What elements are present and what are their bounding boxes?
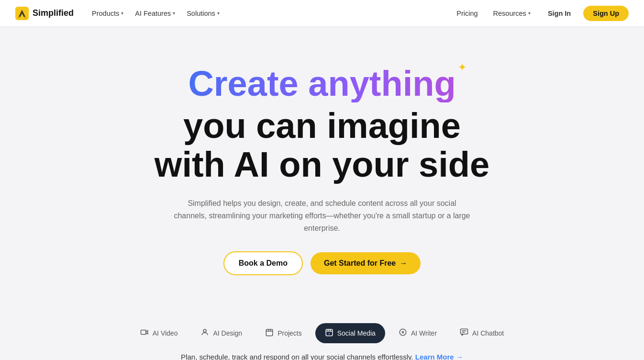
bottom-bar-text: Plan, schedule, track and respond on all… [181,353,413,360]
tab-label: AI Design [213,329,242,337]
signup-button[interactable]: Sign Up [583,6,629,21]
nav-item-pricing[interactable]: Pricing [452,7,482,20]
hero-headline: Create anything ✦ [188,65,455,102]
logo-text: Simplified [33,8,74,18]
nav-left: Simplified Products ▾ AI Features ▾ Solu… [15,7,224,20]
ai-writer-icon [399,328,407,338]
svg-rect-3 [141,330,146,335]
design-icon [200,328,209,338]
tab-social-media[interactable]: Social Media [315,323,385,343]
feature-tabs: AI Video AI Design Projects [0,304,644,343]
hero-subtitle: Simplified helps you design, create, and… [174,197,470,234]
arrow-icon: → [400,259,407,268]
chevron-down-icon: ▾ [121,11,123,16]
svg-point-4 [203,329,206,332]
svg-point-13 [328,333,330,335]
tab-ai-chatbot[interactable]: AI Chatbot [450,323,513,343]
nav-item-ai-features[interactable]: AI Features ▾ [130,7,180,20]
tab-label: Social Media [337,329,376,337]
tab-label: AI Writer [411,329,437,337]
bottom-bar: Plan, schedule, track and respond on all… [0,343,644,360]
tab-ai-design[interactable]: AI Design [191,323,252,343]
tab-ai-writer[interactable]: AI Writer [389,323,446,343]
get-started-button[interactable]: Get Started for Free → [311,252,421,274]
hero-line1: Create anything [188,65,455,102]
sparkle-icon: ✦ [458,61,466,74]
nav-item-products[interactable]: Products ▾ [87,7,128,20]
logo[interactable]: Simplified [15,7,74,20]
nav-links: Products ▾ AI Features ▾ Solutions ▾ [87,7,224,20]
svg-rect-9 [326,329,333,336]
hero-buttons: Book a Demo Get Started for Free → [223,251,421,275]
tab-projects[interactable]: Projects [255,323,311,343]
book-demo-button[interactable]: Book a Demo [223,251,303,275]
tab-ai-video[interactable]: AI Video [131,323,188,343]
hero-line2: you can imagine [183,106,461,145]
ai-chatbot-icon [460,328,468,338]
nav-item-solutions[interactable]: Solutions ▾ [182,7,224,20]
chevron-down-icon: ▾ [528,11,531,16]
tab-label: AI Video [153,329,178,337]
chevron-down-icon: ▾ [173,11,175,16]
svg-rect-15 [461,329,468,335]
tab-label: Projects [278,329,302,337]
signin-button[interactable]: Sign In [541,7,577,20]
learn-more-link[interactable]: Learn More → [415,353,463,360]
projects-icon [265,328,274,338]
tab-label: AI Chatbot [472,329,504,337]
navbar: Simplified Products ▾ AI Features ▾ Solu… [0,0,644,27]
svg-rect-5 [266,329,273,336]
nav-right: Pricing Resources ▾ Sign In Sign Up [452,6,629,21]
logo-icon [15,7,29,20]
hero-line3: with AI on your side [155,145,489,184]
social-media-icon [325,328,333,338]
chevron-down-icon: ▾ [217,11,220,16]
hero-section: Create anything ✦ you can imagine with A… [0,27,644,304]
nav-item-resources[interactable]: Resources ▾ [489,7,535,20]
video-icon [140,328,149,338]
